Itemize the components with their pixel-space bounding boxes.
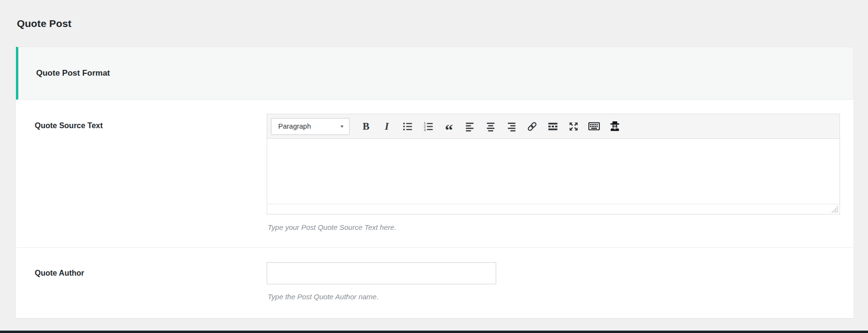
- align-center-button[interactable]: [481, 118, 500, 135]
- keyboard-button[interactable]: [584, 118, 604, 135]
- page-title: Quote Post: [17, 18, 71, 29]
- align-center-icon: [485, 120, 497, 133]
- metabox-card: Quote Source Text Paragraph ▾ B I: [16, 100, 854, 318]
- italic-button[interactable]: I: [377, 118, 396, 135]
- fullscreen-button[interactable]: [564, 118, 583, 135]
- read-more-icon: [547, 120, 559, 133]
- hat-person-button[interactable]: [605, 118, 624, 135]
- numbered-list-icon: 1 2 3: [422, 120, 434, 133]
- numbered-list-button[interactable]: 1 2 3: [419, 118, 438, 135]
- editor-statusbar: [267, 204, 840, 214]
- svg-text:3: 3: [423, 127, 425, 132]
- section-title: Quote Post Format: [36, 68, 110, 78]
- quote-author-label: Quote Author: [35, 269, 84, 278]
- editor-content-area[interactable]: [267, 139, 840, 204]
- quote-author-input[interactable]: [267, 262, 496, 284]
- bold-icon: B: [363, 121, 369, 132]
- section-header-quote-post-format: Quote Post Format: [16, 47, 854, 100]
- bulleted-list-icon: [402, 120, 414, 133]
- editor-toolbar: Paragraph ▾ B I: [267, 114, 840, 139]
- editor-resize-handle[interactable]: [832, 206, 838, 213]
- insert-link-button[interactable]: [522, 118, 542, 135]
- row-divider: [16, 247, 854, 248]
- italic-icon: I: [385, 121, 389, 132]
- format-select[interactable]: Paragraph ▾: [271, 118, 350, 135]
- hat-person-icon: [609, 120, 621, 133]
- align-left-icon: [464, 120, 476, 133]
- link-icon: [526, 120, 538, 133]
- quote-source-text-label: Quote Source Text: [35, 121, 103, 130]
- align-right-button[interactable]: [502, 118, 521, 135]
- format-select-value: Paragraph: [278, 122, 311, 130]
- fullscreen-icon: [568, 120, 580, 133]
- quote-author-help-text: Type the Post Quote Author name.: [268, 293, 379, 301]
- bulleted-list-button[interactable]: [398, 118, 417, 135]
- quote-source-help-text: Type your Post Quote Source Text here.: [268, 223, 396, 231]
- blockquote-icon: “: [445, 122, 453, 138]
- chevron-down-icon: ▾: [341, 124, 344, 129]
- align-left-button[interactable]: [460, 118, 479, 135]
- blockquote-button[interactable]: “: [439, 118, 459, 135]
- quote-source-editor: Paragraph ▾ B I: [267, 114, 840, 214]
- read-more-button[interactable]: [543, 118, 562, 135]
- quote-post-settings-page: Quote Post Quote Post Format Quote Sourc…: [0, 0, 868, 333]
- align-right-icon: [505, 120, 517, 133]
- keyboard-icon: [588, 120, 600, 133]
- bold-button[interactable]: B: [356, 118, 376, 135]
- window-bottom-edge: [0, 331, 868, 333]
